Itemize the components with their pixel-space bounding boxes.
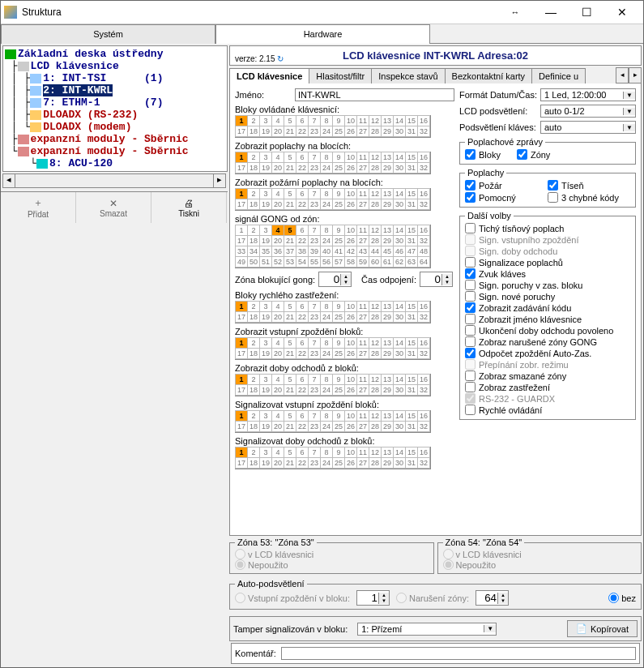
cell-47[interactable]: 47: [405, 246, 418, 257]
cell-26[interactable]: 26: [344, 421, 357, 432]
cell-24[interactable]: 24: [320, 162, 333, 173]
cell-27[interactable]: 27: [356, 457, 369, 469]
subtab-lcd[interactable]: LCD klávesnice: [229, 68, 309, 84]
cell-29[interactable]: 29: [381, 457, 394, 469]
cell-5[interactable]: 5: [284, 115, 296, 126]
cell-35[interactable]: 35: [259, 246, 272, 257]
cell-19[interactable]: 19: [259, 384, 272, 396]
cell-16[interactable]: 16: [417, 337, 430, 349]
cell-8[interactable]: 8: [320, 447, 333, 458]
cell-30[interactable]: 30: [393, 311, 406, 323]
cell-13[interactable]: 13: [381, 225, 394, 236]
cell-10[interactable]: 10: [344, 115, 357, 126]
cell-3[interactable]: 3: [259, 115, 272, 126]
cell-60[interactable]: 60: [369, 256, 382, 268]
cell-8[interactable]: 8: [320, 115, 333, 126]
cell-21[interactable]: 21: [284, 457, 296, 469]
cell-32[interactable]: 32: [417, 421, 430, 432]
cell-18[interactable]: 18: [247, 421, 260, 432]
cell-7[interactable]: 7: [308, 188, 321, 199]
cell-14[interactable]: 14: [393, 152, 406, 163]
cell-1[interactable]: 1: [235, 301, 248, 312]
cell-3[interactable]: 3: [259, 301, 272, 312]
cell-13[interactable]: 13: [381, 115, 394, 126]
cell-14[interactable]: 14: [393, 225, 406, 236]
cell-31[interactable]: 31: [405, 235, 418, 246]
cell-3[interactable]: 3: [259, 410, 272, 422]
cell-58[interactable]: 58: [344, 256, 357, 268]
cell-2[interactable]: 2: [247, 115, 260, 126]
cell-7[interactable]: 7: [308, 410, 321, 422]
cell-23[interactable]: 23: [308, 384, 321, 396]
cell-61[interactable]: 61: [381, 256, 394, 268]
grid-exit[interactable]: 1234567891011121314151617181920212223242…: [235, 374, 431, 396]
fmt-combo[interactable]: 1 Led, 12:00:00▼: [540, 88, 636, 101]
cell-34[interactable]: 34: [247, 246, 260, 257]
cell-23[interactable]: 23: [308, 126, 321, 137]
cell-18[interactable]: 18: [247, 348, 260, 359]
cell-9[interactable]: 9: [332, 410, 345, 422]
cell-64[interactable]: 64: [417, 256, 430, 268]
btn-delete[interactable]: ✕Smazat: [76, 192, 151, 223]
cell-32[interactable]: 32: [417, 199, 430, 210]
cell-10[interactable]: 10: [344, 410, 357, 422]
cell-5[interactable]: 5: [284, 410, 296, 422]
cell-26[interactable]: 26: [344, 126, 357, 137]
cell-23[interactable]: 23: [308, 457, 321, 469]
cell-8[interactable]: 8: [320, 337, 333, 349]
cell-21[interactable]: 21: [284, 126, 296, 137]
cell-1[interactable]: 1: [235, 447, 248, 458]
cell-9[interactable]: 9: [332, 301, 345, 312]
cell-8[interactable]: 8: [320, 301, 333, 312]
cell-9[interactable]: 9: [332, 337, 345, 349]
cell-4[interactable]: 4: [271, 225, 284, 236]
cell-20[interactable]: 20: [271, 457, 284, 469]
cell-1[interactable]: 1: [235, 410, 248, 422]
cell-24[interactable]: 24: [320, 311, 333, 323]
cell-1[interactable]: 1: [235, 115, 248, 126]
chk-o17[interactable]: [465, 405, 476, 415]
cell-24[interactable]: 24: [320, 126, 333, 137]
cell-32[interactable]: 32: [417, 126, 430, 137]
cell-17[interactable]: 17: [235, 162, 248, 173]
chk-o10[interactable]: [465, 325, 476, 336]
cell-14[interactable]: 14: [393, 188, 406, 199]
cell-22[interactable]: 22: [296, 199, 309, 210]
tree-root[interactable]: Základní deska ústředny: [18, 48, 163, 60]
tree-ethm[interactable]: 7: ETHM-1 (7): [43, 96, 163, 109]
cell-19[interactable]: 19: [259, 311, 272, 323]
cell-9[interactable]: 9: [332, 115, 345, 126]
cell-8[interactable]: 8: [320, 188, 333, 199]
cell-11[interactable]: 11: [356, 447, 369, 458]
cell-26[interactable]: 26: [344, 348, 357, 359]
cell-22[interactable]: 22: [296, 235, 309, 246]
cell-8[interactable]: 8: [320, 152, 333, 163]
cell-11[interactable]: 11: [356, 410, 369, 422]
tree-acu[interactable]: 8: ACU-120: [49, 157, 113, 169]
cell-23[interactable]: 23: [308, 199, 321, 210]
cell-26[interactable]: 26: [344, 199, 357, 210]
cell-11[interactable]: 11: [356, 188, 369, 199]
cell-32[interactable]: 32: [417, 348, 430, 359]
cell-6[interactable]: 6: [296, 152, 309, 163]
cell-1[interactable]: 1: [235, 188, 248, 199]
cell-23[interactable]: 23: [308, 311, 321, 323]
cell-7[interactable]: 7: [308, 225, 321, 236]
grid-blocks[interactable]: 1234567891011121314151617181920212223242…: [235, 115, 431, 138]
cell-23[interactable]: 23: [308, 162, 321, 173]
ap-r3[interactable]: [608, 593, 619, 603]
cell-11[interactable]: 11: [356, 115, 369, 126]
cell-3[interactable]: 3: [259, 337, 272, 349]
cell-27[interactable]: 27: [356, 235, 369, 246]
cell-24[interactable]: 24: [320, 421, 333, 432]
grid-sigentry[interactable]: 1234567891011121314151617181920212223242…: [235, 410, 431, 433]
cell-26[interactable]: 26: [344, 311, 357, 323]
cell-25[interactable]: 25: [332, 126, 345, 137]
cell-18[interactable]: 18: [247, 235, 260, 246]
subtab-defs[interactable]: Definice u: [531, 68, 586, 84]
cell-21[interactable]: 21: [284, 311, 296, 323]
cell-26[interactable]: 26: [344, 235, 357, 246]
tree-exp2[interactable]: expanzní moduly - Sběrnic: [31, 145, 189, 157]
cell-16[interactable]: 16: [417, 115, 430, 126]
cell-14[interactable]: 14: [393, 374, 406, 385]
